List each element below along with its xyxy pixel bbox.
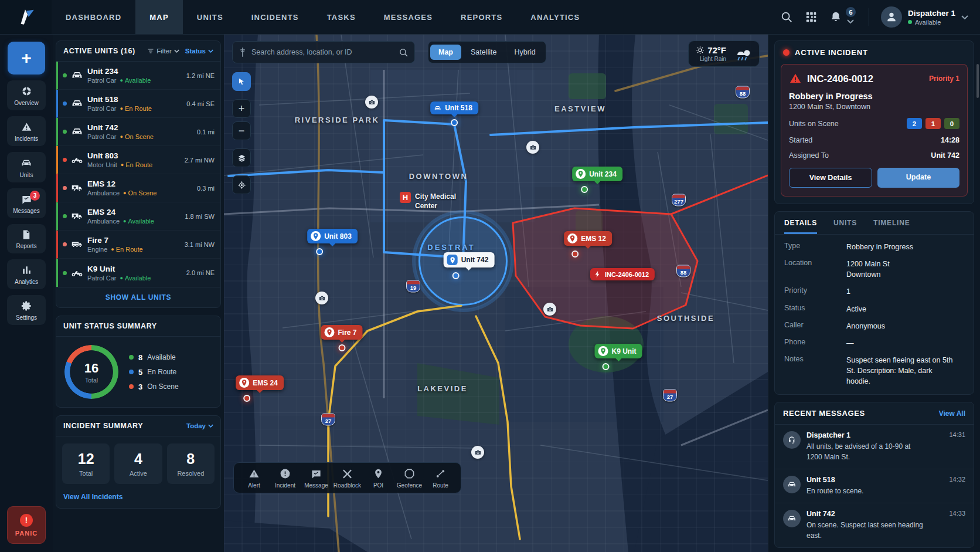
- incident-summary-panel: INCIDENT SUMMARY Today 12Total 4Active 8…: [56, 415, 221, 509]
- update-button[interactable]: Update: [877, 168, 959, 188]
- nav-map[interactable]: MAP: [135, 0, 183, 34]
- message-item[interactable]: Unit 51814:32 En route to scene.: [775, 469, 974, 503]
- geofence-octagon-icon: [404, 468, 415, 479]
- scrollbar-thumb[interactable]: [976, 64, 979, 98]
- unit-row[interactable]: Unit 234 Patrol Car●Available 1.2 mi NE: [56, 62, 220, 90]
- apps-grid-icon[interactable]: [805, 11, 818, 23]
- tool-roadblock[interactable]: Roadblock: [332, 468, 363, 489]
- filter-dropdown[interactable]: Filter: [147, 48, 179, 55]
- highway-shield: 27: [663, 390, 677, 402]
- sidebar-item-overview[interactable]: Overview: [7, 80, 46, 110]
- panic-button[interactable]: ! PANIC: [7, 506, 46, 544]
- stat-resolved[interactable]: 8Resolved: [167, 443, 215, 484]
- stat-total[interactable]: 12Total: [62, 443, 110, 484]
- patrol-car-icon: [71, 97, 83, 110]
- map-marker-incident[interactable]: INC-2406-0012: [590, 268, 655, 280]
- search-icon[interactable]: [399, 48, 409, 57]
- unit-row[interactable]: Unit 803 Motor Unit●En Route 2.7 mi NW: [56, 146, 220, 174]
- message-item[interactable]: Dispatcher 114:31 All units, be advised …: [775, 425, 974, 469]
- add-new-button[interactable]: +: [8, 42, 45, 74]
- traffic-camera-icon[interactable]: [526, 141, 539, 154]
- nav-reports[interactable]: REPORTS: [447, 0, 516, 34]
- nav-incidents[interactable]: INCIDENTS: [237, 0, 313, 34]
- tab-timeline[interactable]: TIMELINE: [873, 219, 910, 234]
- sidebar-item-messages[interactable]: 3 Messages: [7, 188, 46, 218]
- period-dropdown[interactable]: Today: [186, 422, 213, 429]
- tool-route[interactable]: Route: [425, 468, 456, 489]
- traffic-camera-icon[interactable]: [365, 96, 378, 109]
- filter-icon: [147, 48, 154, 55]
- traffic-camera-icon[interactable]: [543, 303, 556, 316]
- nav-analytics[interactable]: ANALYTICS: [516, 0, 594, 34]
- notifications-bell-icon[interactable]: [829, 11, 842, 23]
- unit-row[interactable]: Unit 518 Patrol Car●En Route 0.4 mi SE: [56, 90, 220, 118]
- highway-shield: 19: [406, 280, 420, 293]
- layer-satellite-button[interactable]: Satellite: [462, 45, 505, 60]
- tool-incident[interactable]: Incident: [270, 468, 301, 489]
- pin-icon: [448, 256, 456, 264]
- map-marker-ems-24[interactable]: EMS 24: [236, 375, 284, 402]
- sidebar-item-settings[interactable]: Settings: [7, 295, 46, 325]
- incident-assigned-unit: Unit 742: [931, 151, 959, 160]
- message-item[interactable]: Unit 74214:33 On scene. Suspect last see…: [775, 503, 974, 547]
- sidebar-item-reports[interactable]: Reports: [7, 224, 46, 253]
- nav-tasks[interactable]: TASKS: [313, 0, 370, 34]
- highway-shield: 88: [676, 265, 690, 277]
- search-icon[interactable]: [780, 11, 793, 23]
- chevron-down-icon[interactable]: [961, 15, 968, 19]
- incident-details-card: DETAILS UNITS TIMELINE TypeRobbery in Pr…: [774, 211, 974, 395]
- unit-row[interactable]: Fire 7 Engine●En Route 3.1 mi NW: [56, 231, 220, 259]
- show-all-units-link[interactable]: SHOW ALL UNITS: [56, 287, 220, 307]
- tab-details[interactable]: DETAILS: [784, 219, 817, 234]
- chevron-down-icon[interactable]: [847, 19, 854, 23]
- left-panel-column: ACTIVE UNITS (16) Filter Status Uni: [53, 35, 224, 552]
- status-dropdown[interactable]: Status: [185, 48, 213, 55]
- unit-row[interactable]: Unit 742 Patrol Car●On Scene 0.1 mi: [56, 118, 220, 146]
- map-marker-unit-518[interactable]: Unit 518: [430, 101, 478, 126]
- nav-units[interactable]: UNITS: [183, 0, 237, 34]
- sidebar-item-units[interactable]: Units: [7, 152, 46, 182]
- map-marker-fire-7[interactable]: Fire 7: [321, 325, 362, 351]
- locate-button[interactable]: [232, 175, 251, 194]
- view-all-messages-link[interactable]: View All: [939, 409, 965, 418]
- message-icon: [311, 468, 322, 479]
- traffic-camera-icon[interactable]: [315, 292, 328, 304]
- layer-map-button[interactable]: Map: [430, 45, 461, 60]
- map-search-input[interactable]: [251, 48, 394, 56]
- traffic-camera-icon[interactable]: [471, 446, 484, 459]
- unit-row[interactable]: EMS 12 Ambulance●On Scene 0.3 mi: [56, 174, 220, 202]
- map-marker-unit-234[interactable]: Unit 234: [572, 167, 622, 193]
- motorcycle-icon: [71, 154, 83, 166]
- app-logo[interactable]: [0, 0, 52, 34]
- select-cursor-tool[interactable]: [232, 72, 251, 91]
- zoom-in-button[interactable]: +: [232, 99, 251, 118]
- unit-row[interactable]: EMS 24 Ambulance●Available 1.8 mi SW: [56, 202, 220, 231]
- unit-location-dot: [452, 272, 460, 279]
- view-details-button[interactable]: View Details: [789, 168, 872, 188]
- layer-hybrid-button[interactable]: Hybrid: [506, 45, 543, 60]
- tool-alert[interactable]: Alert: [239, 468, 270, 489]
- nav-messages[interactable]: MESSAGES: [370, 0, 447, 34]
- detail-row-type: TypeRobbery in Progress: [784, 242, 964, 252]
- sidebar-item-incidents[interactable]: Incidents: [7, 116, 46, 146]
- unit-status-dot: [63, 186, 67, 190]
- tool-poi[interactable]: POI: [363, 468, 394, 489]
- map-canvas[interactable]: RIVERSIDE PARK EASTVIEW DOWNTOWN LAKEVID…: [224, 35, 768, 552]
- tab-units[interactable]: UNITS: [833, 219, 857, 234]
- user-menu[interactable]: Dispatcher 1 Available: [881, 6, 968, 28]
- layers-button[interactable]: [232, 148, 251, 167]
- map-marker-k9-unit[interactable]: K9 Unit: [595, 344, 642, 370]
- map-marker-ems-12[interactable]: EMS 12: [564, 231, 612, 258]
- sidebar-item-analytics[interactable]: Analytics: [7, 259, 46, 289]
- map-marker-unit-803[interactable]: Unit 803: [307, 229, 358, 255]
- nav-dashboard[interactable]: DASHBOARD: [52, 0, 135, 34]
- units-badge-green: 0: [944, 118, 959, 129]
- stat-active[interactable]: 4Active: [114, 443, 162, 484]
- unit-row[interactable]: K9 Unit Patrol Car●Available 2.0 mi NE: [56, 259, 220, 287]
- tool-geofence[interactable]: Geofence: [394, 468, 425, 489]
- zoom-out-button[interactable]: −: [232, 121, 251, 140]
- tool-message[interactable]: Message: [301, 468, 332, 489]
- hospital-poi[interactable]: H City Medical Center: [400, 192, 464, 211]
- map-marker-unit-742[interactable]: Unit 742: [444, 252, 495, 279]
- view-all-incidents-link[interactable]: View All Incidents: [56, 487, 220, 508]
